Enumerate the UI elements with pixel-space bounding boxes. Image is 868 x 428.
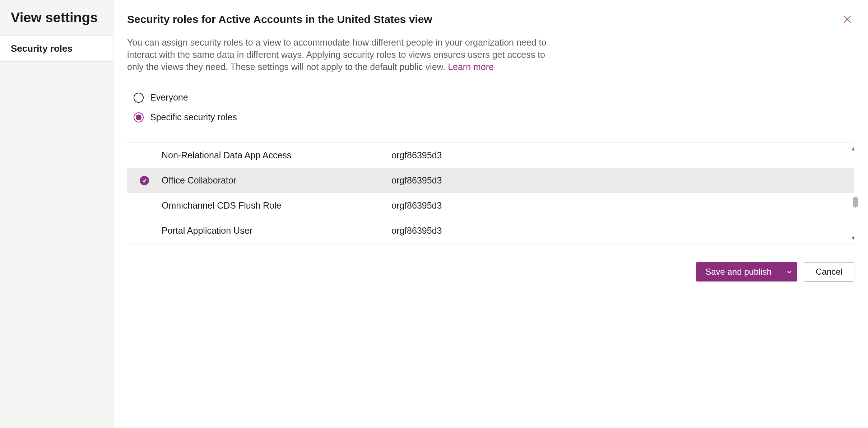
- role-org: orgf86395d3: [391, 175, 442, 186]
- role-name: Portal Application User: [162, 225, 391, 236]
- close-button[interactable]: [840, 12, 854, 27]
- header-row: Security roles for Active Accounts in th…: [127, 12, 854, 27]
- table-row[interactable]: Omnichannel CDS Flush Role orgf86395d3: [127, 193, 854, 218]
- role-org: orgf86395d3: [391, 150, 442, 160]
- role-name: Office Collaborator: [162, 175, 391, 186]
- scrollbar-thumb[interactable]: [853, 197, 858, 208]
- role-name: Non-Relational Data App Access: [162, 150, 391, 160]
- scroll-down-arrow-icon[interactable]: ▾: [849, 234, 857, 241]
- table-row[interactable]: Office Collaborator orgf86395d3: [127, 168, 854, 193]
- save-and-publish-button[interactable]: Save and publish: [696, 262, 797, 282]
- chevron-down-icon: [786, 269, 792, 275]
- cancel-button[interactable]: Cancel: [804, 262, 854, 282]
- description-text: You can assign security roles to a view …: [127, 37, 551, 73]
- radio-circle-icon: [134, 93, 144, 103]
- radio-group-scope: Everyone Specific security roles: [127, 92, 854, 132]
- role-name: Omnichannel CDS Flush Role: [162, 200, 391, 211]
- learn-more-link[interactable]: Learn more: [448, 62, 494, 72]
- footer-actions: Save and publish Cancel: [127, 255, 854, 282]
- radio-option-everyone[interactable]: Everyone: [134, 92, 854, 103]
- save-split-dropdown[interactable]: [781, 262, 797, 282]
- radio-option-specific[interactable]: Specific security roles: [134, 112, 854, 122]
- role-org: orgf86395d3: [391, 200, 442, 211]
- radio-label-everyone: Everyone: [150, 92, 188, 103]
- sidebar-title: View settings: [0, 0, 113, 36]
- role-org: orgf86395d3: [391, 225, 442, 236]
- table-row[interactable]: Non-Relational Data App Access orgf86395…: [127, 143, 854, 168]
- page-title: Security roles for Active Accounts in th…: [127, 13, 432, 25]
- save-and-publish-label: Save and publish: [696, 262, 781, 282]
- sidebar-item-security-roles[interactable]: Security roles: [0, 36, 113, 62]
- sidebar: View settings Security roles: [0, 0, 113, 428]
- roles-table: ▴ Non-Relational Data App Access orgf863…: [127, 143, 854, 243]
- scroll-up-arrow-icon[interactable]: ▴: [849, 145, 857, 152]
- radio-circle-icon: [134, 112, 144, 122]
- close-icon: [842, 14, 852, 24]
- check-icon: [140, 176, 149, 185]
- radio-label-specific: Specific security roles: [150, 112, 237, 122]
- main-content: Security roles for Active Accounts in th…: [113, 0, 868, 428]
- table-row[interactable]: Portal Application User orgf86395d3: [127, 218, 854, 243]
